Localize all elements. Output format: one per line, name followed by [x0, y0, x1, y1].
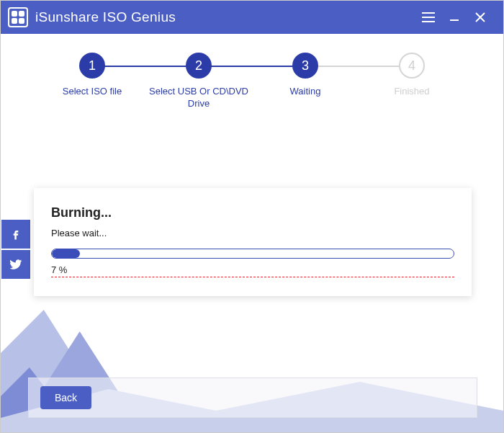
back-button[interactable]: Back — [40, 386, 91, 409]
titlebar: iSunshare ISO Genius — [1, 1, 503, 34]
step-1-label: Select ISO file — [39, 86, 145, 98]
step-4-label: Finished — [359, 86, 465, 98]
step-1: 1 Select ISO file — [39, 53, 145, 110]
step-4: 4 Finished — [359, 53, 465, 110]
footer-bar: Back — [28, 378, 477, 418]
stepper: 1 Select ISO file 2 Select USB Or CD\DVD… — [1, 34, 503, 117]
step-3-label: Waiting — [252, 86, 359, 98]
step-2-number: 2 — [186, 53, 212, 79]
step-1-number: 1 — [79, 53, 105, 79]
progress-title: Burning... — [51, 205, 454, 220]
app-logo-icon — [8, 7, 28, 27]
twitter-button[interactable] — [1, 250, 30, 279]
step-3: 3 Waiting — [252, 53, 359, 110]
progress-fill — [52, 249, 80, 258]
step-4-number: 4 — [399, 53, 425, 79]
step-2: 2 Select USB Or CD\DVD Drive — [145, 53, 252, 110]
step-3-number: 3 — [292, 53, 318, 79]
progress-card: Burning... Please wait... 7 % — [34, 188, 472, 296]
progress-subtitle: Please wait... — [51, 228, 454, 238]
social-tabs — [1, 220, 30, 280]
app-title: iSunshare ISO Genius — [35, 9, 176, 25]
step-2-label: Select USB Or CD\DVD Drive — [145, 86, 252, 110]
facebook-button[interactable] — [1, 220, 30, 249]
annotation-underline — [51, 277, 454, 277]
progress-percent-text: 7 % — [51, 264, 454, 275]
close-button[interactable] — [467, 1, 493, 34]
menu-button[interactable] — [415, 1, 441, 34]
progress-bar — [51, 249, 454, 259]
minimize-button[interactable] — [441, 1, 467, 34]
